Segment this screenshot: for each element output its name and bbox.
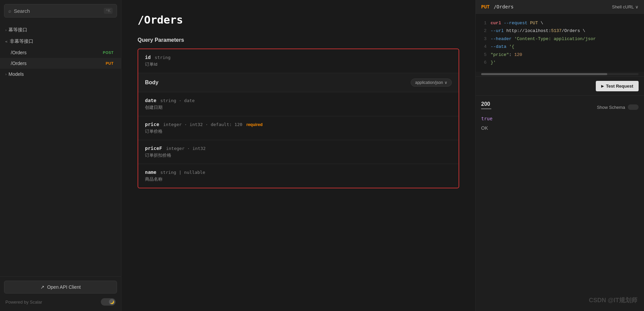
- param-name-pricef: priceF: [145, 146, 162, 151]
- test-btn-label: Test Request: [606, 84, 633, 89]
- response-status-text: OK: [481, 125, 639, 131]
- test-request-bar: ▶ Test Request: [476, 76, 644, 96]
- body-title: Body: [145, 80, 158, 86]
- response-value: true: [481, 116, 639, 121]
- chevron-down-icon-lang: ∨: [635, 4, 639, 9]
- param-type-name: string | nullable: [160, 170, 205, 175]
- code-line-5: 5 "price": 120: [481, 51, 639, 59]
- param-desc-price: 订单价格: [145, 128, 452, 134]
- open-api-client-button[interactable]: ↗ Open API Client: [4, 281, 117, 293]
- status-underline: [481, 108, 491, 109]
- param-required-price: required: [246, 122, 263, 127]
- nav-item-orders-post[interactable]: /Orders POST: [0, 47, 121, 58]
- nav-group-mu[interactable]: › 幕等接口: [0, 24, 121, 36]
- response-section: 200 Show Schema true OK: [476, 96, 644, 311]
- lang-selector-label: Shell cURL: [612, 4, 634, 9]
- schema-toggle[interactable]: [628, 104, 639, 110]
- body-header: Body application/json ∨: [138, 73, 459, 92]
- nav-group-models-label: Models: [8, 71, 24, 77]
- sidebar-footer: ↗ Open API Client Powered by Scalar 🌙: [0, 276, 121, 311]
- param-type-id: string: [155, 55, 171, 60]
- endpoint-title: /Orders: [138, 13, 459, 26]
- method-badge-put: PUT: [104, 61, 116, 66]
- param-name-price: price: [145, 122, 159, 127]
- nav-item-orders-post-path: /Orders: [11, 50, 27, 55]
- chevron-right-icon-models: ›: [5, 72, 6, 76]
- param-desc-id: 订单Id: [145, 61, 452, 67]
- test-request-button[interactable]: ▶ Test Request: [596, 81, 639, 91]
- content-type-selector[interactable]: application/json ∨: [411, 79, 452, 87]
- show-schema-row: Show Schema: [597, 104, 639, 110]
- param-type-pricef: integer · int32: [166, 146, 205, 151]
- search-bar[interactable]: ⌕ Search ^K: [4, 4, 117, 18]
- method-badge-post: POST: [101, 50, 116, 55]
- query-params-title: Query Parameters: [138, 37, 459, 43]
- sidebar: ⌕ Search ^K › 幕等接口 ∨ 非幕等接口 /Orders POST …: [0, 0, 121, 311]
- code-method-path: PUT /Orders: [481, 4, 514, 9]
- param-name-name: name: [145, 169, 156, 175]
- status-code: 200: [481, 101, 491, 107]
- param-type-date: string · date: [160, 98, 195, 103]
- play-icon: ▶: [601, 84, 604, 88]
- lang-selector[interactable]: Shell cURL ∨: [612, 4, 639, 9]
- search-icon: ⌕: [8, 8, 11, 13]
- response-status-row: 200 Show Schema: [481, 101, 639, 113]
- search-shortcut: ^K: [104, 8, 113, 14]
- param-row-date: date string · date 创建日期: [138, 92, 459, 116]
- main-content: /Orders Query Parameters id string 订单Id …: [121, 0, 644, 311]
- open-api-btn-label: Open API Client: [47, 284, 81, 290]
- horizontal-scrollbar[interactable]: [481, 73, 639, 75]
- param-row-pricef: priceF integer · int32 订单折扣价格: [138, 140, 459, 164]
- toggle-knob: 🌙: [109, 299, 115, 305]
- content-type-label: application/json: [415, 80, 443, 85]
- code-line-2: 2 --url http://localhost:5137/Orders \: [481, 27, 639, 35]
- code-line-6: 6 }': [481, 59, 639, 66]
- param-type-price: integer · int32 · default: 120: [163, 122, 242, 127]
- code-line-4: 4 --data '{: [481, 43, 639, 51]
- code-path: /Orders: [494, 4, 514, 9]
- param-name-id: id: [145, 55, 151, 60]
- param-row-price: price integer · int32 · default: 120 req…: [138, 116, 459, 140]
- doc-panel: /Orders Query Parameters id string 订单Id …: [121, 0, 475, 311]
- code-line-1: 1 curl --request PUT \: [481, 19, 639, 27]
- chevron-down-icon: ∨: [5, 40, 8, 43]
- param-row-name: name string | nullable 商品名称: [138, 164, 459, 188]
- code-block: 1 curl --request PUT \ 2 --url http://lo…: [476, 14, 644, 72]
- params-container: id string 订单Id Body application/json ∨ d…: [138, 49, 459, 188]
- param-row-id: id string 订单Id: [138, 49, 459, 73]
- chevron-down-icon-body: ∨: [444, 80, 447, 85]
- search-label: Search: [14, 8, 101, 14]
- param-desc-pricef: 订单折扣价格: [145, 152, 452, 158]
- powered-by-row: Powered by Scalar 🌙: [4, 297, 117, 307]
- nav-item-orders-put-path: /Orders: [11, 61, 27, 66]
- nav-group-mu-label: 幕等接口: [8, 27, 27, 33]
- scrollbar-thumb: [481, 73, 607, 75]
- powered-by-text: Powered by Scalar: [5, 300, 42, 305]
- code-header: PUT /Orders Shell cURL ∨: [476, 0, 644, 14]
- code-line-3: 3 --header 'Content-Type: application/js…: [481, 35, 639, 43]
- watermark: CSDN @IT规划师: [589, 296, 637, 304]
- nav-group-models[interactable]: › Models: [0, 69, 121, 80]
- code-panel: PUT /Orders Shell cURL ∨ 1 curl --reques…: [475, 0, 644, 311]
- show-schema-label: Show Schema: [597, 105, 625, 110]
- code-method: PUT: [481, 4, 490, 9]
- param-desc-date: 创建日期: [145, 104, 452, 111]
- nav-group-fei-label: 非幕等接口: [10, 38, 33, 44]
- dark-mode-toggle[interactable]: 🌙: [101, 298, 116, 306]
- nav-section: › 幕等接口 ∨ 非幕等接口 /Orders POST /Orders PUT …: [0, 22, 121, 276]
- param-desc-name: 商品名称: [145, 176, 452, 182]
- param-name-date: date: [145, 98, 156, 103]
- nav-item-orders-put[interactable]: /Orders PUT: [0, 58, 121, 69]
- nav-group-fei[interactable]: ∨ 非幕等接口: [0, 36, 121, 47]
- chevron-right-icon: ›: [5, 28, 6, 32]
- arrow-out-icon: ↗: [40, 284, 45, 290]
